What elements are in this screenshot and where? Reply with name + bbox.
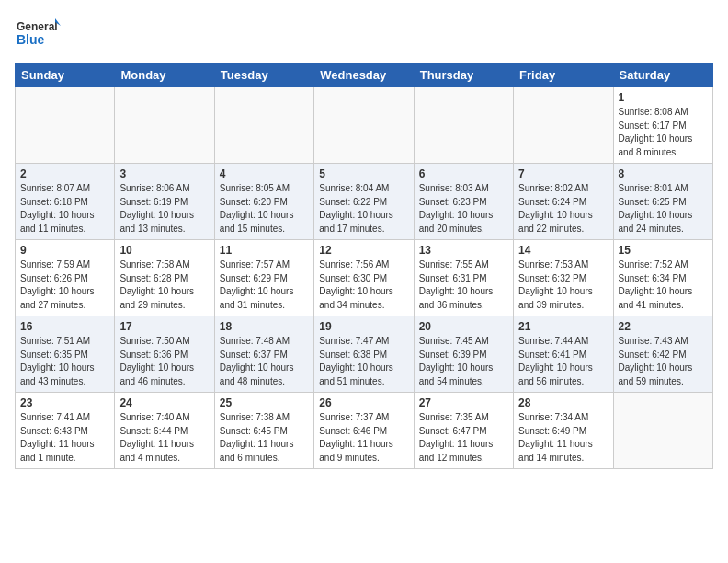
calendar-day-8: 8Sunrise: 8:01 AM Sunset: 6:25 PM Daylig… — [613, 164, 712, 240]
day-number: 6 — [419, 167, 508, 180]
calendar-week-row: 9Sunrise: 7:59 AM Sunset: 6:26 PM Daylig… — [16, 240, 713, 316]
day-number: 7 — [518, 167, 608, 180]
calendar-week-row: 1Sunrise: 8:08 AM Sunset: 6:17 PM Daylig… — [16, 87, 713, 164]
day-info: Sunrise: 7:55 AM Sunset: 6:31 PM Dayligh… — [419, 259, 508, 312]
calendar-day-24: 24Sunrise: 7:40 AM Sunset: 6:44 PM Dayli… — [115, 393, 214, 469]
day-info: Sunrise: 7:53 AM Sunset: 6:32 PM Dayligh… — [518, 259, 608, 312]
calendar-day-14: 14Sunrise: 7:53 AM Sunset: 6:32 PM Dayli… — [514, 240, 613, 316]
day-number: 16 — [20, 320, 109, 333]
calendar-day-2: 2Sunrise: 8:07 AM Sunset: 6:18 PM Daylig… — [16, 164, 115, 240]
day-number: 15 — [619, 244, 708, 257]
calendar-header-tuesday: Tuesday — [214, 63, 313, 87]
day-number: 2 — [20, 167, 109, 180]
day-info: Sunrise: 8:02 AM Sunset: 6:24 PM Dayligh… — [518, 182, 608, 236]
day-info: Sunrise: 8:07 AM Sunset: 6:18 PM Dayligh… — [20, 182, 109, 236]
calendar-table: SundayMondayTuesdayWednesdayThursdayFrid… — [15, 63, 713, 469]
day-number: 9 — [20, 244, 109, 257]
svg-text:General: General — [17, 20, 58, 33]
day-info: Sunrise: 7:34 AM Sunset: 6:49 PM Dayligh… — [518, 411, 608, 465]
day-info: Sunrise: 7:50 AM Sunset: 6:36 PM Dayligh… — [119, 335, 209, 388]
calendar-day-28: 28Sunrise: 7:34 AM Sunset: 6:49 PM Dayli… — [514, 393, 613, 469]
logo-svg: General Blue — [15, 15, 61, 55]
day-info: Sunrise: 7:35 AM Sunset: 6:47 PM Dayligh… — [419, 411, 508, 465]
calendar-day-21: 21Sunrise: 7:44 AM Sunset: 6:41 PM Dayli… — [514, 316, 613, 393]
day-info: Sunrise: 7:43 AM Sunset: 6:42 PM Dayligh… — [619, 335, 708, 388]
day-number: 17 — [119, 320, 209, 333]
day-info: Sunrise: 7:51 AM Sunset: 6:35 PM Dayligh… — [20, 335, 109, 388]
day-number: 4 — [220, 167, 309, 180]
day-info: Sunrise: 7:58 AM Sunset: 6:28 PM Dayligh… — [119, 259, 209, 312]
day-number: 8 — [619, 167, 708, 180]
day-info: Sunrise: 8:03 AM Sunset: 6:23 PM Dayligh… — [419, 182, 508, 236]
calendar-day-empty — [115, 87, 214, 164]
day-info: Sunrise: 7:41 AM Sunset: 6:43 PM Dayligh… — [20, 411, 109, 465]
day-number: 10 — [119, 244, 209, 257]
calendar-day-10: 10Sunrise: 7:58 AM Sunset: 6:28 PM Dayli… — [115, 240, 214, 316]
day-info: Sunrise: 8:06 AM Sunset: 6:19 PM Dayligh… — [119, 182, 209, 236]
day-number: 14 — [518, 244, 608, 257]
day-number: 24 — [119, 396, 209, 409]
day-number: 11 — [220, 244, 309, 257]
calendar-week-row: 23Sunrise: 7:41 AM Sunset: 6:43 PM Dayli… — [16, 393, 713, 469]
day-number: 26 — [319, 396, 408, 409]
calendar-header-row: SundayMondayTuesdayWednesdayThursdayFrid… — [16, 63, 713, 87]
svg-text:Blue: Blue — [17, 32, 45, 47]
day-info: Sunrise: 7:45 AM Sunset: 6:39 PM Dayligh… — [419, 335, 508, 388]
calendar-day-11: 11Sunrise: 7:57 AM Sunset: 6:29 PM Dayli… — [214, 240, 313, 316]
day-number: 25 — [220, 396, 309, 409]
calendar-day-empty — [16, 87, 115, 164]
calendar-day-empty — [214, 87, 313, 164]
day-info: Sunrise: 7:47 AM Sunset: 6:38 PM Dayligh… — [319, 335, 408, 388]
day-number: 18 — [220, 320, 309, 333]
calendar-day-22: 22Sunrise: 7:43 AM Sunset: 6:42 PM Dayli… — [613, 316, 712, 393]
calendar-header-friday: Friday — [514, 63, 613, 87]
calendar-header-sunday: Sunday — [16, 63, 115, 87]
day-number: 3 — [119, 167, 209, 180]
day-info: Sunrise: 7:48 AM Sunset: 6:37 PM Dayligh… — [220, 335, 309, 388]
calendar-day-7: 7Sunrise: 8:02 AM Sunset: 6:24 PM Daylig… — [514, 164, 613, 240]
calendar-day-empty — [414, 87, 513, 164]
calendar-day-empty — [613, 393, 712, 469]
day-number: 5 — [319, 167, 408, 180]
day-info: Sunrise: 7:37 AM Sunset: 6:46 PM Dayligh… — [319, 411, 408, 465]
calendar-header-monday: Monday — [115, 63, 214, 87]
day-number: 12 — [319, 244, 408, 257]
calendar-day-15: 15Sunrise: 7:52 AM Sunset: 6:34 PM Dayli… — [613, 240, 712, 316]
page-header: General Blue — [15, 15, 713, 55]
day-info: Sunrise: 8:08 AM Sunset: 6:17 PM Dayligh… — [619, 106, 708, 159]
calendar-day-9: 9Sunrise: 7:59 AM Sunset: 6:26 PM Daylig… — [16, 240, 115, 316]
day-number: 27 — [419, 396, 508, 409]
day-info: Sunrise: 8:04 AM Sunset: 6:22 PM Dayligh… — [319, 182, 408, 236]
calendar-day-4: 4Sunrise: 8:05 AM Sunset: 6:20 PM Daylig… — [214, 164, 313, 240]
day-info: Sunrise: 7:40 AM Sunset: 6:44 PM Dayligh… — [119, 411, 209, 465]
day-info: Sunrise: 7:52 AM Sunset: 6:34 PM Dayligh… — [619, 259, 708, 312]
day-number: 21 — [518, 320, 608, 333]
calendar-week-row: 16Sunrise: 7:51 AM Sunset: 6:35 PM Dayli… — [16, 316, 713, 393]
calendar-header-saturday: Saturday — [613, 63, 712, 87]
day-info: Sunrise: 7:38 AM Sunset: 6:45 PM Dayligh… — [220, 411, 309, 465]
calendar-day-3: 3Sunrise: 8:06 AM Sunset: 6:19 PM Daylig… — [115, 164, 214, 240]
calendar-day-1: 1Sunrise: 8:08 AM Sunset: 6:17 PM Daylig… — [613, 87, 712, 164]
calendar-day-12: 12Sunrise: 7:56 AM Sunset: 6:30 PM Dayli… — [314, 240, 414, 316]
day-number: 1 — [619, 91, 708, 104]
calendar-day-17: 17Sunrise: 7:50 AM Sunset: 6:36 PM Dayli… — [115, 316, 214, 393]
day-number: 20 — [419, 320, 508, 333]
calendar-day-25: 25Sunrise: 7:38 AM Sunset: 6:45 PM Dayli… — [214, 393, 313, 469]
day-number: 28 — [518, 396, 608, 409]
day-number: 19 — [319, 320, 408, 333]
day-info: Sunrise: 8:01 AM Sunset: 6:25 PM Dayligh… — [619, 182, 708, 236]
day-number: 23 — [20, 396, 109, 409]
calendar-header-wednesday: Wednesday — [314, 63, 414, 87]
calendar-day-18: 18Sunrise: 7:48 AM Sunset: 6:37 PM Dayli… — [214, 316, 313, 393]
calendar-week-row: 2Sunrise: 8:07 AM Sunset: 6:18 PM Daylig… — [16, 164, 713, 240]
calendar-day-13: 13Sunrise: 7:55 AM Sunset: 6:31 PM Dayli… — [414, 240, 513, 316]
calendar-day-26: 26Sunrise: 7:37 AM Sunset: 6:46 PM Dayli… — [314, 393, 414, 469]
calendar-day-27: 27Sunrise: 7:35 AM Sunset: 6:47 PM Dayli… — [414, 393, 513, 469]
calendar-day-16: 16Sunrise: 7:51 AM Sunset: 6:35 PM Dayli… — [16, 316, 115, 393]
day-number: 13 — [419, 244, 508, 257]
day-info: Sunrise: 7:57 AM Sunset: 6:29 PM Dayligh… — [220, 259, 309, 312]
day-info: Sunrise: 7:59 AM Sunset: 6:26 PM Dayligh… — [20, 259, 109, 312]
day-info: Sunrise: 8:05 AM Sunset: 6:20 PM Dayligh… — [220, 182, 309, 236]
calendar-day-empty — [514, 87, 613, 164]
logo: General Blue — [15, 15, 61, 55]
